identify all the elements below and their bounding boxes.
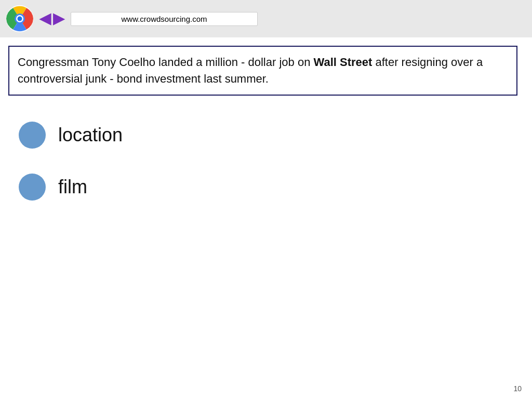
browser-chrome: ◀ ▶ www.crowdsourcing.com: [0, 0, 532, 37]
option-label-location: location: [58, 124, 123, 146]
option-label-film: film: [58, 176, 87, 198]
option-item-film[interactable]: film: [19, 174, 513, 201]
page-number: 10: [513, 384, 522, 393]
options-area: location film: [8, 116, 524, 231]
chrome-logo: [6, 5, 33, 32]
nav-arrows[interactable]: ◀ ▶: [39, 11, 64, 26]
content-area: Congressman Tony Coelho landed a million…: [0, 37, 532, 399]
option-circle-location: [19, 122, 46, 149]
url-text: www.crowdsourcing.com: [121, 15, 207, 23]
article-bold: Wall Street: [313, 56, 372, 69]
forward-arrow[interactable]: ▶: [53, 11, 64, 26]
option-circle-film: [19, 174, 46, 201]
address-bar[interactable]: www.crowdsourcing.com: [71, 12, 258, 26]
svg-point-3: [18, 17, 22, 21]
article-box: Congressman Tony Coelho landed a million…: [8, 46, 517, 96]
back-arrow[interactable]: ◀: [39, 11, 51, 26]
option-item-location[interactable]: location: [19, 122, 513, 149]
article-text-start: Congressman Tony Coelho landed a million…: [18, 56, 313, 69]
